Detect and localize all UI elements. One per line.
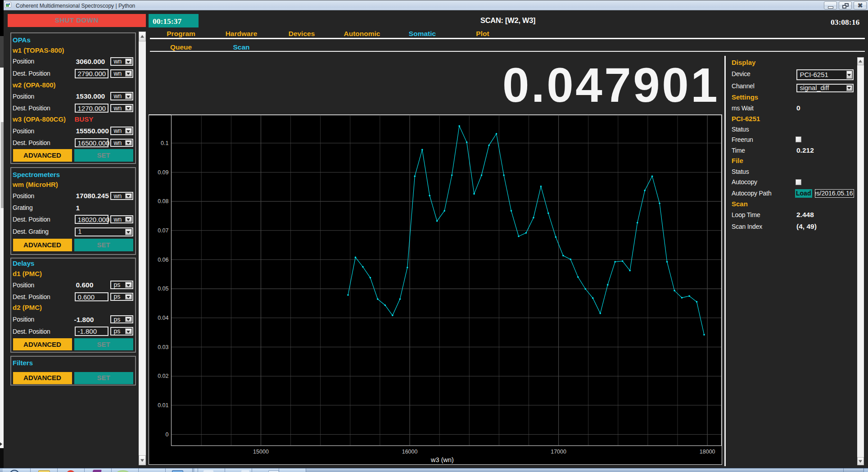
svg-text:0.1: 0.1 (161, 140, 168, 146)
svg-text:15000: 15000 (253, 449, 269, 455)
svg-text:0.09: 0.09 (158, 169, 168, 176)
svg-text:0.03: 0.03 (158, 344, 168, 350)
svg-text:0.02: 0.02 (158, 373, 168, 379)
svg-text:w3 (wn): w3 (wn) (430, 456, 454, 463)
svg-text:0.06: 0.06 (158, 257, 168, 263)
svg-text:17000: 17000 (551, 449, 566, 455)
svg-text:0.07: 0.07 (158, 227, 168, 234)
svg-text:0: 0 (165, 431, 168, 438)
svg-text:16000: 16000 (402, 449, 417, 455)
svg-text:18000: 18000 (699, 449, 715, 455)
svg-text:0.01: 0.01 (158, 402, 168, 408)
